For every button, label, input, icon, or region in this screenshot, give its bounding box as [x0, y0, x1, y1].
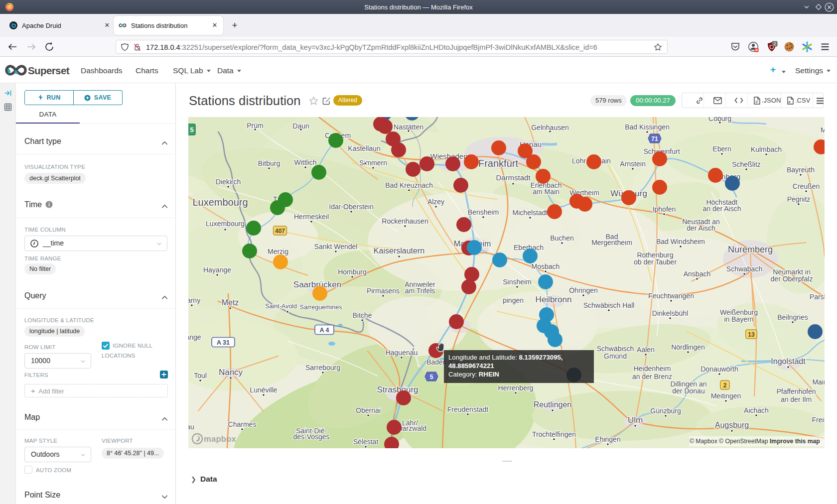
svg-text:Aalen: Aalen	[637, 346, 655, 354]
svg-text:Sinsheim: Sinsheim	[503, 278, 532, 286]
svg-text:Idar-Oberstein: Idar-Oberstein	[329, 203, 373, 211]
svg-text:Kulmbach: Kulmbach	[751, 145, 782, 153]
svg-text:Nancy: Nancy	[219, 368, 243, 377]
svg-text:Schwäbisch: Schwäbisch	[597, 345, 634, 353]
svg-text:5: 5	[190, 126, 193, 133]
svg-text:Longitude and Latitude: 8.1359: Longitude and Latitude: 8.1359273095,	[448, 354, 563, 361]
svg-text:Schwäbisch Hall: Schwäbisch Hall	[583, 301, 635, 309]
svg-text:Luxembourg: Luxembourg	[206, 220, 245, 228]
svg-text:an der Ilm: an der Ilm	[781, 395, 812, 403]
svg-text:Alzey: Alzey	[427, 198, 444, 206]
svg-text:Darmstadt: Darmstadt	[496, 173, 531, 182]
svg-text:Ebern: Ebern	[712, 145, 731, 153]
svg-text:au: au	[188, 423, 194, 431]
svg-text:des-Vosges: des-Vosges	[293, 433, 329, 441]
svg-text:Trochtelfingen: Trochtelfingen	[532, 430, 576, 438]
svg-text:A 4: A 4	[320, 327, 329, 334]
svg-text:Pegnitz: Pegnitz	[787, 195, 811, 203]
svg-text:an der Aisch: an der Aisch	[702, 205, 741, 213]
svg-text:Hermeskeil: Hermeskeil	[294, 213, 329, 221]
svg-text:Freudenstadt: Freudenstadt	[447, 405, 489, 413]
svg-text:Haguenau: Haguenau	[386, 349, 418, 357]
svg-text:407: 407	[275, 228, 285, 235]
svg-text:Ehingen: Ehingen	[595, 435, 620, 443]
svg-text:Meitingen: Meitingen	[711, 392, 741, 400]
svg-text:Category: RHEIN: Category: RHEIN	[448, 371, 499, 378]
svg-text:Ulm: Ulm	[628, 415, 643, 425]
svg-text:Feuchtwangen: Feuchtwangen	[648, 292, 694, 300]
svg-text:Creußen: Creußen	[793, 182, 820, 190]
svg-text:Bitche: Bitche	[353, 311, 372, 319]
svg-text:Toul: Toul	[194, 372, 207, 379]
svg-text:Hayange: Hayange	[203, 266, 231, 274]
svg-text:Strasbourg: Strasbourg	[377, 385, 418, 394]
svg-text:Mair: Mair	[812, 378, 825, 386]
svg-text:Ansbach: Ansbach	[684, 270, 710, 278]
svg-text:Buchen: Buchen	[550, 234, 573, 242]
svg-text:Gmünd: Gmünd	[604, 352, 627, 360]
svg-text:Kastellaun: Kastellaun	[348, 144, 380, 152]
svg-text:Metz: Metz	[222, 298, 239, 307]
svg-text:Bensheim: Bensheim	[468, 208, 499, 216]
svg-text:Obernai: Obernai	[356, 406, 381, 414]
svg-text:Luxembourg: Luxembourg	[192, 197, 248, 208]
svg-text:Sarrebourg: Sarrebourg	[305, 364, 340, 372]
svg-text:der Donau: der Donau	[672, 387, 704, 395]
svg-text:Saint-Avold: Saint-Avold	[265, 303, 297, 310]
svg-text:Frankfurt: Frankfurt	[478, 158, 518, 169]
svg-text:Lunéville: Lunéville	[250, 386, 277, 394]
svg-text:5: 5	[430, 374, 433, 380]
svg-text:Freis: Freis	[812, 416, 825, 424]
svg-text:Mosbach: Mosbach	[532, 262, 560, 270]
svg-text:Bad Kreuznach: Bad Kreuznach	[385, 181, 433, 189]
svg-text:Michelstadt: Michelstadt	[513, 209, 548, 217]
svg-text:der Aisch: der Aisch	[687, 224, 715, 232]
svg-text:Donauwörth: Donauwörth	[700, 365, 738, 373]
svg-text:Öhringen: Öhringen	[569, 286, 598, 294]
svg-text:Rockenhausen: Rockenhausen	[382, 217, 428, 225]
svg-text:am Main: am Main	[533, 188, 559, 196]
svg-text:Arnstein: Arnstein	[620, 160, 645, 168]
svg-text:Bad Kissingen: Bad Kissingen	[625, 123, 670, 131]
svg-text:Iphofen: Iphofen	[653, 205, 676, 213]
svg-text:Mergentheim: Mergentheim	[591, 239, 632, 247]
svg-text:Scheßlitz: Scheßlitz	[732, 160, 761, 168]
svg-text:Diekirch: Diekirch	[216, 178, 241, 186]
svg-text:mapbox: mapbox	[204, 434, 237, 443]
svg-text:Augsburg: Augsburg	[715, 421, 749, 429]
svg-text:Ingolstadt: Ingolstadt	[771, 357, 806, 366]
svg-text:pingen: pingen	[503, 296, 524, 304]
svg-text:A 31: A 31	[217, 339, 230, 346]
svg-text:ob der Tauber: ob der Tauber	[634, 258, 677, 266]
svg-text:an der Brenz: an der Brenz	[632, 373, 672, 380]
svg-text:Nördlingen: Nördlingen	[671, 343, 705, 351]
svg-text:Aichach: Aichach	[744, 406, 769, 414]
svg-text:13: 13	[748, 331, 755, 338]
svg-text:Herrenberg: Herrenberg	[498, 384, 534, 392]
svg-text:71: 71	[651, 135, 658, 142]
svg-text:Sarreguemines: Sarreguemines	[300, 304, 342, 311]
svg-text:Sélestat: Sélestat	[353, 438, 379, 446]
svg-text:Heilbronn: Heilbronn	[536, 295, 572, 304]
svg-text:Günzburg: Günzburg	[650, 407, 681, 415]
svg-text:Nuremberg: Nuremberg	[728, 245, 773, 254]
svg-text:Pfaffenhofen: Pfaffenhofen	[776, 387, 816, 395]
svg-text:48.8859674221: 48.8859674221	[448, 362, 494, 370]
svg-text:Bad Windsheim: Bad Windsheim	[656, 238, 705, 246]
svg-text:Parsbe: Parsbe	[810, 293, 825, 301]
svg-text:2: 2	[723, 382, 727, 389]
svg-text:x: x	[788, 100, 791, 104]
svg-text:Kaiserslautern: Kaiserslautern	[374, 247, 424, 255]
svg-text:Sankt Wendel: Sankt Wendel	[314, 243, 358, 251]
svg-text:ange: ange	[188, 333, 201, 341]
svg-text:© Mapbox © OpenStreetMap Impro: © Mapbox © OpenStreetMap Improve this ma…	[690, 438, 820, 445]
svg-text:Beilngries: Beilngries	[777, 313, 808, 321]
svg-text:2: 2	[773, 41, 776, 46]
svg-text:Münc: Münc	[821, 126, 825, 134]
svg-text:Pirmasens: Pirmasens	[367, 287, 400, 295]
svg-text:Reutlingen: Reutlingen	[534, 400, 572, 409]
svg-text:Jarny: Jarny	[188, 296, 200, 304]
svg-text:Charmes: Charmes	[228, 420, 257, 428]
svg-text:Schwabach: Schwabach	[726, 265, 762, 273]
svg-text:Bayreuth: Bayreuth	[787, 166, 815, 174]
